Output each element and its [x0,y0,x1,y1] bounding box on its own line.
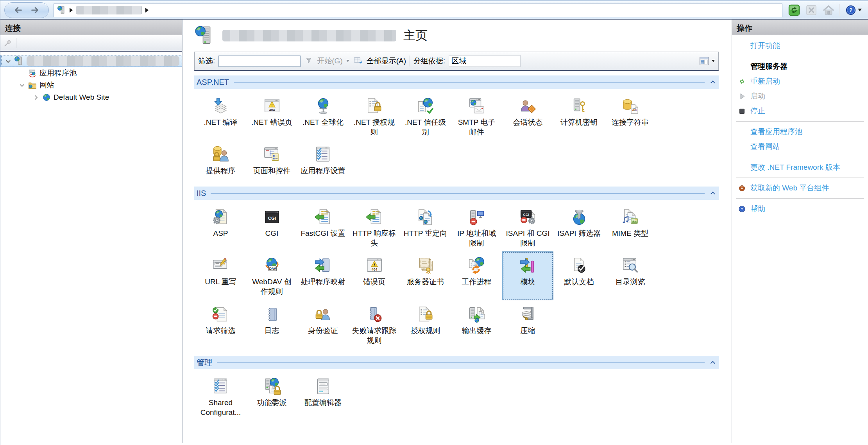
connection-strings-icon: ab [621,97,639,115]
feature-configuration-editor[interactable]: 配置编辑器 [297,372,349,421]
action-label: 管理服务器 [750,61,787,72]
feature-mime-types[interactable]: MIME 类型 [605,203,656,251]
feature-cgi[interactable]: CGICGI [246,203,297,251]
show-all-button[interactable]: 全部显示(A) [367,56,406,66]
feature-label: 服务器证书 [407,277,444,287]
feature-providers[interactable]: 提供程序 [195,140,246,179]
tree-chevron-expanded-icon[interactable] [19,82,25,88]
go-button[interactable]: 开始(G) [317,56,342,66]
feature-isapi-filters[interactable]: ISAPI 筛选器 [553,203,605,251]
feature-net-compile[interactable]: .NET 编译 [195,92,246,140]
logging-icon [263,305,281,323]
section-rule [211,193,705,194]
feature-output-caching[interactable]: 输出缓存 [451,300,502,349]
feature-http-redirect[interactable]: HTTP 重定向 [400,203,451,251]
feature-server-certificates[interactable]: 服务器证书 [400,251,451,300]
feature-session-state[interactable]: 会话状态 [502,92,553,140]
feature-pages-and-controls[interactable]: 页面和控件 [246,140,297,179]
feature-worker-processes[interactable]: 工作进程 [451,251,502,300]
feature-failed-request-tracing[interactable]: 失败请求跟踪规则 [349,300,400,349]
feature-label: HTTP 响应标头 [352,229,397,248]
feature-ip-restrictions[interactable]: IP 地址和域限制 [451,203,502,251]
refresh-button[interactable] [788,4,800,16]
action-start: 启动 [732,89,868,104]
feature-label: .NET 全球化 [302,118,344,127]
navigation-toolbar: ? [0,0,868,20]
feature-authorization-rules[interactable]: 授权规则 [400,300,451,349]
feature-fastcgi-settings[interactable]: FastCGI 设置 [297,203,349,251]
action-web-platform[interactable]: 获取新的 Web 平台组件 [732,181,868,196]
feature-default-document[interactable]: 默认文档 [553,251,605,300]
action-查看网站[interactable]: 查看网站 [732,139,868,154]
help-menu-caret-icon[interactable] [858,9,862,11]
connect-disabled-icon [3,38,13,48]
feature-shared-configuration[interactable]: Shared Configurat... [195,372,246,421]
feature-net-error-pages[interactable]: 404.NET 错误页 [246,92,297,140]
tree-node-label: 应用程序池 [39,68,77,78]
feature-net-trust-levels[interactable]: .NET 信任级别 [400,92,451,140]
tree-node-default-web-site[interactable]: Default Web Site [0,91,182,103]
feature-machine-key[interactable]: 计算机密钥 [553,92,605,140]
action-restart[interactable]: 重新启动 [732,74,868,89]
feature-feature-delegation[interactable]: 功能委派 [246,372,297,421]
address-bar[interactable] [54,3,782,17]
feature-compression[interactable]: 压缩 [502,300,553,349]
net-trust-levels-icon [417,97,435,115]
collapse-chevron-icon[interactable] [709,359,716,366]
stop-x-button[interactable] [805,4,818,16]
feature-error-pages[interactable]: 404错误页 [349,251,400,300]
stop-x-button-icon [805,4,818,16]
redacted-server-name [222,30,396,41]
go-dropdown-caret-icon[interactable] [346,60,349,62]
show-all-icon [353,56,363,66]
action-查看应用程序池[interactable]: 查看应用程序池 [732,124,868,139]
section-header-iis[interactable]: IIS [194,187,719,200]
group-by-select[interactable]: 区域 [449,55,521,67]
feature-logging[interactable]: 日志 [246,300,297,349]
view-selector-button[interactable] [698,55,715,67]
feature-url-rewrite[interactable]: URL 重写 [195,251,246,300]
tree-chevron-expanded-icon[interactable] [5,58,11,64]
home-button[interactable] [822,4,835,16]
feature-webdav-authoring[interactable]: DAVWebDAV 创作规则 [246,251,297,300]
feature-asp[interactable]: ASP [195,203,246,251]
feature-connection-strings[interactable]: ab连接字符串 [605,92,656,140]
action-更改netframework版本[interactable]: 更改 .NET Framework 版本 [732,160,868,175]
actions-separator [736,121,864,122]
tree-node-sites-folder[interactable]: 网站 [0,79,182,91]
feature-smtp-email[interactable]: SMTP 电子邮件 [451,92,502,140]
action-label: 重新启动 [750,76,780,86]
feature-net-authorization-rules[interactable]: .NET 授权规则 [349,92,400,140]
action-label: 查看应用程序池 [750,127,802,137]
feature-http-response-headers[interactable]: HTTP 响应标头 [349,203,400,251]
feature-net-globalization[interactable]: .NET 全球化 [297,92,349,140]
feature-modules[interactable]: 模块 [502,251,553,300]
action-stop[interactable]: 停止 [732,104,868,118]
feature-application-settings[interactable]: 应用程序设置 [297,140,349,179]
collapse-chevron-icon[interactable] [709,190,716,196]
forward-arrow-icon[interactable] [29,5,39,15]
feature-isapi-cgi-restrictions[interactable]: CGIISAPI 和 CGI 限制 [502,203,553,251]
back-arrow-icon[interactable] [14,5,24,15]
feature-directory-browsing[interactable]: 目录浏览 [605,251,656,300]
action-label: 启动 [750,91,765,101]
tree-node-server[interactable] [0,55,182,67]
feature-request-filtering[interactable]: 请求筛选 [195,300,246,349]
tree-chevron-collapsed-icon[interactable] [33,94,39,100]
feature-handler-mappings[interactable]: 处理程序映射 [297,251,349,300]
icon-slot-empty [737,41,746,50]
help-button[interactable]: ? [845,4,862,16]
authentication-icon [314,305,332,323]
restart-icon-slot [737,77,746,86]
create-connection-icon[interactable] [3,38,13,48]
section-header-asp-net[interactable]: ASP.NET [194,75,719,89]
action-打开功能[interactable]: 打开功能 [732,38,868,53]
section-header--[interactable]: 管理 [194,356,719,369]
action-help[interactable]: ?帮助 [732,201,868,216]
collapse-chevron-icon[interactable] [709,79,716,85]
feature-label: 连接字符串 [612,118,649,127]
tree-node-app-pools[interactable]: 应用程序池 [0,67,182,79]
feature-grid: .NET 编译404.NET 错误页.NET 全球化.NET 授权规则.NET … [194,89,719,180]
filter-input[interactable] [218,56,301,67]
feature-authentication[interactable]: 身份验证 [297,300,349,349]
